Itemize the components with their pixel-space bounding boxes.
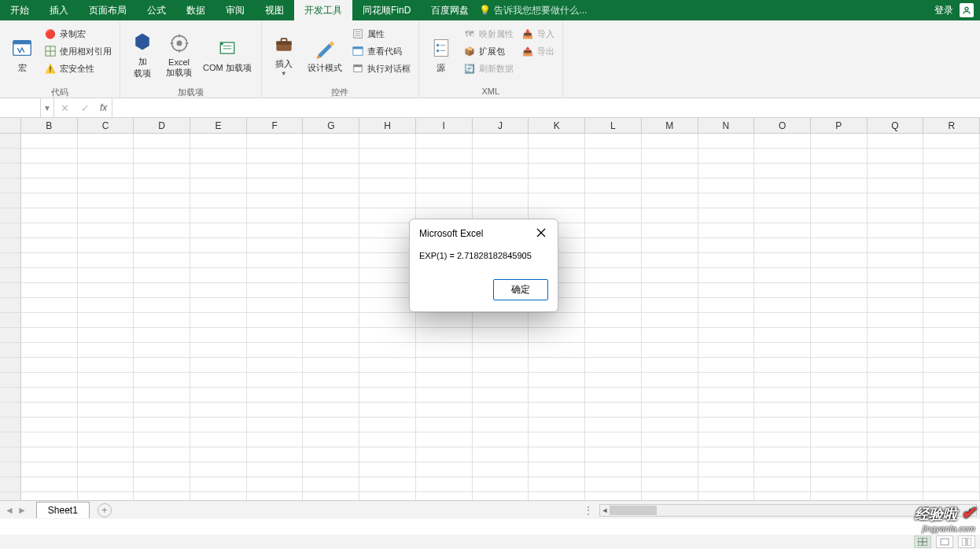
grid-cell[interactable] [811,358,868,373]
grid-cell[interactable] [754,492,811,500]
grid-cell[interactable] [923,178,980,193]
grid-cell[interactable] [134,358,190,373]
grid-cell[interactable] [190,418,247,432]
grid-cell[interactable] [359,268,416,283]
menu-baidu[interactable]: 百度网盘 [421,0,479,20]
grid-cell[interactable] [247,208,304,223]
row-header[interactable] [0,253,21,268]
grid-cell[interactable] [642,238,698,253]
grid-cell[interactable] [868,178,924,193]
grid-cell[interactable] [303,358,359,373]
grid-cell[interactable] [642,268,698,283]
grid-cell[interactable] [134,313,190,328]
grid-cell[interactable] [359,343,416,358]
grid-cell[interactable] [868,418,924,432]
grid-cell[interactable] [529,134,585,149]
grid-cell[interactable] [698,373,755,388]
row-header[interactable] [0,388,21,403]
grid-cell[interactable] [923,418,980,432]
grid-cell[interactable] [21,432,78,447]
grid-cell[interactable] [698,328,755,343]
grid-cell[interactable] [698,193,755,208]
grid-cell[interactable] [698,403,755,418]
grid-cell[interactable] [247,178,304,193]
macro-security-button[interactable]: ⚠️ 宏安全性 [41,60,115,77]
grid-cell[interactable] [247,477,304,492]
grid-cell[interactable] [78,358,134,373]
grid-cell[interactable] [303,283,359,298]
grid-cell[interactable] [303,462,359,477]
grid-cell[interactable] [78,298,134,313]
grid-cell[interactable] [416,403,473,418]
grid-cell[interactable] [21,134,78,149]
tell-me-box[interactable]: 💡 告诉我您想要做什么... [479,4,587,17]
grid-cell[interactable] [923,149,980,164]
grid-cell[interactable] [811,477,868,492]
grid-cell[interactable] [923,223,980,238]
grid-cell[interactable] [868,343,924,358]
grid-cell[interactable] [811,178,868,193]
grid-cell[interactable] [473,462,529,477]
grid-cell[interactable] [134,462,190,477]
grid-cell[interactable] [811,134,868,149]
grid-cell[interactable] [359,373,416,388]
grid-cell[interactable] [754,253,811,268]
grid-cell[interactable] [416,164,473,178]
grid-cell[interactable] [642,134,698,149]
grid-cell[interactable] [698,178,755,193]
grid-cell[interactable] [134,447,190,462]
grid-cell[interactable] [811,388,868,403]
grid-cell[interactable] [21,223,78,238]
grid-cell[interactable] [134,298,190,313]
grid-cell[interactable] [585,403,642,418]
grid-cell[interactable] [754,149,811,164]
row-header[interactable] [0,149,21,164]
grid-cell[interactable] [811,208,868,223]
grid-cell[interactable] [811,164,868,178]
grid-cell[interactable] [190,164,247,178]
grid-cell[interactable] [359,388,416,403]
grid-cell[interactable] [868,238,924,253]
grid-cell[interactable] [78,149,134,164]
grid-cell[interactable] [247,403,304,418]
grid-cell[interactable] [473,403,529,418]
view-normal-button[interactable] [914,535,931,548]
grid-cell[interactable] [134,149,190,164]
grid-cell[interactable] [359,313,416,328]
grid-cell[interactable] [303,223,359,238]
grid-cell[interactable] [868,313,924,328]
grid-cell[interactable] [923,193,980,208]
grid-cell[interactable] [359,403,416,418]
grid-cell[interactable] [754,447,811,462]
grid-cell[interactable] [585,178,642,193]
expansion-button[interactable]: 📦 扩展包 [460,42,517,60]
nav-next-icon[interactable]: ► [17,505,27,516]
grid-cell[interactable] [134,178,190,193]
grid-cell[interactable] [923,477,980,492]
grid-cell[interactable] [473,492,529,500]
grid-cell[interactable] [247,149,304,164]
grid-cell[interactable] [134,283,190,298]
grid-cell[interactable] [359,164,416,178]
grid-cell[interactable] [811,223,868,238]
grid-cell[interactable] [78,447,134,462]
grid-cell[interactable] [473,149,529,164]
grid-cell[interactable] [754,298,811,313]
grid-cell[interactable] [78,462,134,477]
grid-cell[interactable] [78,343,134,358]
grid-cell[interactable] [585,164,642,178]
grid-cell[interactable] [359,358,416,373]
row-header[interactable] [0,477,21,492]
row-header[interactable] [0,238,21,253]
menu-start[interactable]: 开始 [0,0,39,20]
add-sheet-button[interactable]: + [98,503,112,517]
grid-cell[interactable] [303,403,359,418]
grid-cell[interactable] [585,388,642,403]
grid-cell[interactable] [698,388,755,403]
grid-cell[interactable] [754,432,811,447]
grid-cell[interactable] [642,462,698,477]
grid-cell[interactable] [529,343,585,358]
menu-developer[interactable]: 开发工具 [294,0,352,20]
grid-cell[interactable] [811,343,868,358]
grid-cell[interactable] [754,403,811,418]
